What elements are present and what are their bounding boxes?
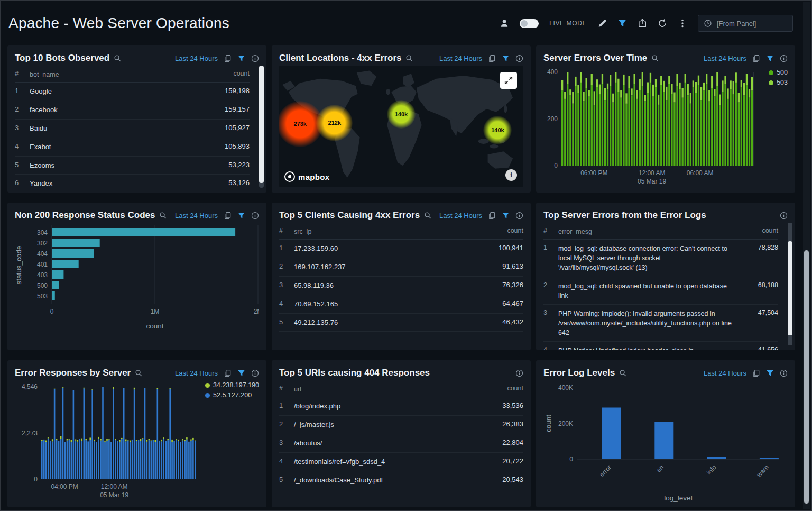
info-icon[interactable] <box>515 54 523 62</box>
table-row[interactable]: 549.212.135.7646,432 <box>279 314 523 332</box>
svg-text:04:00 PM: 04:00 PM <box>51 483 78 490</box>
time-range-link[interactable]: Last 24 Hours <box>439 54 482 62</box>
table-scrollbar[interactable] <box>259 66 264 188</box>
table-row[interactable]: 3PHP Warning: implode(): Invalid argumen… <box>543 305 778 342</box>
filter-icon[interactable] <box>766 369 774 377</box>
table-row[interactable]: 4PHP Notice: Undefined index: header_cla… <box>543 342 778 350</box>
report-icon[interactable] <box>752 54 760 62</box>
info-icon[interactable] <box>515 369 523 377</box>
table-row[interactable]: 2mod_log_sql: child spawned but unable t… <box>543 277 778 305</box>
kebab-menu-icon[interactable] <box>678 19 687 28</box>
table-header: #src_ipcount <box>279 224 523 240</box>
time-range-link[interactable]: Last 24 Hours <box>439 212 482 220</box>
top-bar: Apache - Web Server Operations LIVE MODE <box>1 1 811 45</box>
time-range-selector[interactable]: [From Panel] <box>698 15 793 32</box>
report-icon[interactable] <box>224 212 232 220</box>
search-icon[interactable] <box>135 369 143 377</box>
table-row[interactable]: 1mod_log_sql: database connection error:… <box>543 240 778 277</box>
clients-table: #src_ipcount117.233.159.60100,9412169.10… <box>279 224 523 332</box>
search-icon[interactable] <box>114 54 122 62</box>
report-icon[interactable] <box>224 369 232 377</box>
table-row[interactable]: 5/_downloads/Case_Study.pdf20,543 <box>279 471 523 490</box>
filter-icon[interactable] <box>766 54 774 62</box>
info-icon[interactable] <box>780 54 788 62</box>
table-row[interactable]: 2/_js/master.js26,383 <box>279 416 523 434</box>
panel-title: Client Locations - 4xx Errors <box>279 53 401 63</box>
svg-text:200K: 200K <box>558 420 573 427</box>
time-range-link[interactable]: Last 24 Hours <box>175 369 218 377</box>
table-row[interactable]: 4Exabot105,893 <box>15 138 250 157</box>
filter-icon[interactable] <box>237 369 245 377</box>
live-mode-toggle[interactable] <box>520 19 539 28</box>
search-icon[interactable] <box>159 212 167 220</box>
page-title: Apache - Web Server Operations <box>8 15 229 32</box>
panel-title: Top 5 Clients Causing 4xx Errors <box>279 210 420 221</box>
svg-text:503: 503 <box>37 293 48 300</box>
time-range-link[interactable]: Last 24 Hours <box>175 212 218 220</box>
log-levels-chart[interactable]: 0200K400Kerroreninfowarnlog_levelcount <box>543 380 788 505</box>
table-row[interactable]: 1/blog/index.php33,536 <box>279 397 523 416</box>
panel-top-uris-404: Top 5 URIs causing 404 Responses #urlcou… <box>272 360 531 507</box>
table-row[interactable]: 3Baidu105,927 <box>15 120 250 138</box>
table-row[interactable]: 3/aboutus/22,804 <box>279 434 523 453</box>
search-icon[interactable] <box>651 54 659 62</box>
search-icon[interactable] <box>619 369 627 377</box>
error-responses-chart[interactable]: 02,2734,54604:00 PM12:00 AM05 Mar 19 <box>15 380 259 505</box>
svg-text:2,273: 2,273 <box>22 430 38 437</box>
table-row[interactable]: 117.233.159.60100,941 <box>279 240 523 258</box>
svg-text:401: 401 <box>37 261 48 268</box>
page-scrollbar[interactable] <box>803 2 810 509</box>
panel-title: Error Log Levels <box>543 368 615 378</box>
search-icon[interactable] <box>424 212 432 220</box>
time-range-link[interactable]: Last 24 Hours <box>704 369 746 377</box>
table-scrollbar[interactable] <box>788 223 792 345</box>
info-icon[interactable] <box>780 212 788 220</box>
svg-text:0: 0 <box>50 308 54 315</box>
filter-icon[interactable] <box>502 54 510 62</box>
user-icon[interactable] <box>500 19 509 28</box>
report-icon[interactable] <box>488 212 496 220</box>
mapbox-attribution[interactable]: mapbox <box>284 171 329 182</box>
table-row[interactable]: 6Yandex53,126 <box>15 175 250 193</box>
filter-icon[interactable] <box>617 19 627 28</box>
edit-pencil-icon[interactable] <box>597 19 607 28</box>
map-info-icon[interactable]: i <box>505 169 517 181</box>
map-bubble[interactable]: 140k <box>483 116 512 144</box>
panel-server-errors-over-time: Server Errors Over Time Last 24 Hours 50… <box>536 45 795 193</box>
report-icon[interactable] <box>224 54 232 62</box>
share-icon[interactable] <box>638 19 647 28</box>
world-map[interactable]: 273k212k140k140k mapbox i <box>279 66 523 187</box>
filter-icon[interactable] <box>502 212 510 220</box>
table-row[interactable]: 5Ezooms53,223 <box>15 157 250 175</box>
server-errors-chart[interactable]: 020040006:00 PM12:00 AM05 Mar 1906:00 AM <box>543 66 788 190</box>
table-row[interactable]: 365.98.119.3676,326 <box>279 277 523 295</box>
status-codes-chart[interactable]: 01M2M304302404401403500503countstatus_co… <box>15 223 259 348</box>
info-icon[interactable] <box>515 212 523 220</box>
time-range-link[interactable]: Last 24 Hours <box>175 54 218 62</box>
search-icon[interactable] <box>405 54 413 62</box>
info-icon[interactable] <box>251 369 259 377</box>
time-range-link[interactable]: Last 24 Hours <box>704 54 746 62</box>
table-row[interactable]: 2169.107.162.23791,613 <box>279 258 523 277</box>
table-row[interactable]: 4/testimonials/ref=vfgb_sdsd_420,722 <box>279 453 523 471</box>
table-row[interactable]: 1Google159,198 <box>15 83 250 101</box>
filter-icon[interactable] <box>237 54 245 62</box>
info-icon[interactable] <box>780 369 788 377</box>
report-icon[interactable] <box>752 369 760 377</box>
table-row[interactable]: 470.69.152.16564,467 <box>279 295 523 314</box>
panel-client-locations: Client Locations - 4xx Errors Last 24 Ho… <box>272 45 531 193</box>
table-row[interactable]: 2facebook159,157 <box>15 101 250 120</box>
report-icon[interactable] <box>488 54 496 62</box>
mapbox-logo-icon <box>284 171 295 182</box>
map-bubble[interactable]: 212k <box>316 105 353 141</box>
svg-text:400K: 400K <box>558 384 573 391</box>
info-icon[interactable] <box>251 212 259 220</box>
filter-icon[interactable] <box>237 212 245 220</box>
info-icon[interactable] <box>251 54 259 62</box>
table-header: #error_mesgcount <box>543 224 778 240</box>
dashboard-grid: Top 10 Bots Observed Last 24 Hours #bot_… <box>1 45 811 511</box>
expand-map-icon[interactable] <box>500 72 517 89</box>
map-bubble[interactable]: 140k <box>387 100 416 129</box>
svg-text:log_level: log_level <box>664 494 692 502</box>
refresh-icon[interactable] <box>658 19 667 28</box>
